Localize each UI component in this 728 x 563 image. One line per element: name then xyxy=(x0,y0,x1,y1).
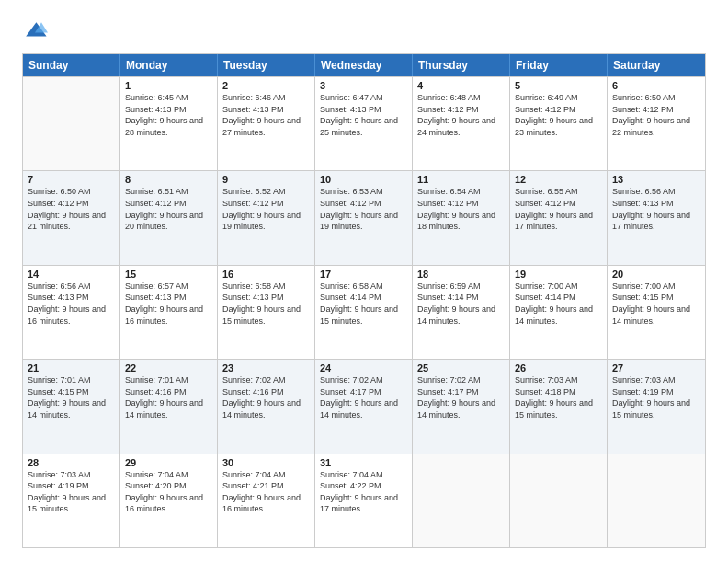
cal-cell-3-1: 14Sunrise: 6:56 AMSunset: 4:13 PMDayligh… xyxy=(23,266,120,359)
cal-cell-4-2: 22Sunrise: 7:01 AMSunset: 4:16 PMDayligh… xyxy=(120,360,218,453)
day-number: 3 xyxy=(320,80,407,91)
cal-cell-3-7: 20Sunrise: 7:00 AMSunset: 4:15 PMDayligh… xyxy=(608,266,705,359)
day-info: Sunrise: 6:56 AMSunset: 4:13 PMDaylight:… xyxy=(612,186,700,232)
cal-cell-4-7: 27Sunrise: 7:03 AMSunset: 4:19 PMDayligh… xyxy=(608,360,705,453)
day-info: Sunrise: 6:50 AMSunset: 4:12 PMDaylight:… xyxy=(28,186,115,232)
day-info: Sunrise: 7:01 AMSunset: 4:15 PMDaylight:… xyxy=(28,374,115,420)
cal-cell-2-6: 12Sunrise: 6:55 AMSunset: 4:12 PMDayligh… xyxy=(510,171,608,264)
cal-header-saturday: Saturday xyxy=(608,54,705,76)
day-info: Sunrise: 6:56 AMSunset: 4:13 PMDaylight:… xyxy=(28,281,115,327)
day-number: 31 xyxy=(320,457,407,468)
day-number: 20 xyxy=(612,269,700,280)
day-info: Sunrise: 6:46 AMSunset: 4:13 PMDaylight:… xyxy=(222,92,310,138)
day-number: 7 xyxy=(28,174,115,185)
cal-cell-4-3: 23Sunrise: 7:02 AMSunset: 4:16 PMDayligh… xyxy=(218,360,315,453)
cal-cell-1-6: 5Sunrise: 6:49 AMSunset: 4:12 PMDaylight… xyxy=(510,77,608,170)
day-number: 22 xyxy=(125,362,212,373)
cal-cell-1-7: 6Sunrise: 6:50 AMSunset: 4:12 PMDaylight… xyxy=(608,77,705,170)
cal-cell-5-5 xyxy=(413,454,510,547)
cal-cell-4-6: 26Sunrise: 7:03 AMSunset: 4:18 PMDayligh… xyxy=(510,360,608,453)
day-number: 29 xyxy=(125,457,212,468)
calendar-week-4: 21Sunrise: 7:01 AMSunset: 4:15 PMDayligh… xyxy=(23,359,705,453)
day-number: 8 xyxy=(125,174,212,185)
cal-cell-2-2: 8Sunrise: 6:51 AMSunset: 4:12 PMDaylight… xyxy=(120,171,218,264)
day-info: Sunrise: 6:57 AMSunset: 4:13 PMDaylight:… xyxy=(125,281,212,327)
calendar: SundayMondayTuesdayWednesdayThursdayFrid… xyxy=(22,53,706,548)
cal-cell-2-3: 9Sunrise: 6:52 AMSunset: 4:12 PMDaylight… xyxy=(218,171,315,264)
day-number: 5 xyxy=(515,80,602,91)
cal-header-thursday: Thursday xyxy=(413,54,510,76)
day-info: Sunrise: 7:01 AMSunset: 4:16 PMDaylight:… xyxy=(125,374,212,420)
day-info: Sunrise: 6:53 AMSunset: 4:12 PMDaylight:… xyxy=(320,186,407,232)
calendar-header-row: SundayMondayTuesdayWednesdayThursdayFrid… xyxy=(23,54,705,76)
cal-header-wednesday: Wednesday xyxy=(315,54,413,76)
day-number: 27 xyxy=(612,362,700,373)
cal-header-sunday: Sunday xyxy=(23,54,120,76)
day-number: 15 xyxy=(125,269,212,280)
day-info: Sunrise: 7:02 AMSunset: 4:16 PMDaylight:… xyxy=(222,374,310,420)
cal-cell-2-4: 10Sunrise: 6:53 AMSunset: 4:12 PMDayligh… xyxy=(315,171,413,264)
day-number: 23 xyxy=(222,362,310,373)
day-info: Sunrise: 6:47 AMSunset: 4:13 PMDaylight:… xyxy=(320,92,407,138)
day-number: 17 xyxy=(320,269,407,280)
day-number: 28 xyxy=(28,457,115,468)
calendar-week-2: 7Sunrise: 6:50 AMSunset: 4:12 PMDaylight… xyxy=(23,170,705,264)
logo-icon xyxy=(22,18,48,44)
day-number: 9 xyxy=(222,174,310,185)
header xyxy=(22,18,706,44)
cal-cell-1-3: 2Sunrise: 6:46 AMSunset: 4:13 PMDaylight… xyxy=(218,77,315,170)
cal-cell-3-3: 16Sunrise: 6:58 AMSunset: 4:13 PMDayligh… xyxy=(218,266,315,359)
day-number: 4 xyxy=(417,80,505,91)
cal-cell-5-7 xyxy=(608,454,705,547)
cal-cell-2-1: 7Sunrise: 6:50 AMSunset: 4:12 PMDaylight… xyxy=(23,171,120,264)
day-number: 30 xyxy=(222,457,310,468)
day-info: Sunrise: 7:03 AMSunset: 4:18 PMDaylight:… xyxy=(515,374,602,420)
day-info: Sunrise: 6:55 AMSunset: 4:12 PMDaylight:… xyxy=(515,186,602,232)
cal-cell-1-2: 1Sunrise: 6:45 AMSunset: 4:13 PMDaylight… xyxy=(120,77,218,170)
cal-cell-5-2: 29Sunrise: 7:04 AMSunset: 4:20 PMDayligh… xyxy=(120,454,218,547)
day-number: 2 xyxy=(222,80,310,91)
day-info: Sunrise: 6:50 AMSunset: 4:12 PMDaylight:… xyxy=(612,92,700,138)
day-number: 14 xyxy=(28,269,115,280)
cal-cell-3-2: 15Sunrise: 6:57 AMSunset: 4:13 PMDayligh… xyxy=(120,266,218,359)
day-number: 16 xyxy=(222,269,310,280)
logo xyxy=(22,18,51,44)
day-info: Sunrise: 6:48 AMSunset: 4:12 PMDaylight:… xyxy=(417,92,505,138)
cal-cell-4-4: 24Sunrise: 7:02 AMSunset: 4:17 PMDayligh… xyxy=(315,360,413,453)
day-number: 6 xyxy=(612,80,700,91)
cal-cell-2-5: 11Sunrise: 6:54 AMSunset: 4:12 PMDayligh… xyxy=(413,171,510,264)
calendar-week-5: 28Sunrise: 7:03 AMSunset: 4:19 PMDayligh… xyxy=(23,454,705,547)
calendar-week-3: 14Sunrise: 6:56 AMSunset: 4:13 PMDayligh… xyxy=(23,265,705,359)
day-info: Sunrise: 7:04 AMSunset: 4:20 PMDaylight:… xyxy=(125,469,212,515)
day-number: 13 xyxy=(612,174,700,185)
day-number: 1 xyxy=(125,80,212,91)
cal-cell-2-7: 13Sunrise: 6:56 AMSunset: 4:13 PMDayligh… xyxy=(608,171,705,264)
day-number: 19 xyxy=(515,269,602,280)
day-info: Sunrise: 6:54 AMSunset: 4:12 PMDaylight:… xyxy=(417,186,505,232)
day-info: Sunrise: 7:00 AMSunset: 4:14 PMDaylight:… xyxy=(515,281,602,327)
day-info: Sunrise: 6:58 AMSunset: 4:14 PMDaylight:… xyxy=(320,281,407,327)
day-info: Sunrise: 6:59 AMSunset: 4:14 PMDaylight:… xyxy=(417,281,505,327)
cal-cell-4-1: 21Sunrise: 7:01 AMSunset: 4:15 PMDayligh… xyxy=(23,360,120,453)
cal-cell-5-1: 28Sunrise: 7:03 AMSunset: 4:19 PMDayligh… xyxy=(23,454,120,547)
day-info: Sunrise: 6:49 AMSunset: 4:12 PMDaylight:… xyxy=(515,92,602,138)
day-number: 24 xyxy=(320,362,407,373)
day-number: 26 xyxy=(515,362,602,373)
cal-cell-4-5: 25Sunrise: 7:02 AMSunset: 4:17 PMDayligh… xyxy=(413,360,510,453)
day-info: Sunrise: 7:04 AMSunset: 4:21 PMDaylight:… xyxy=(222,469,310,515)
cal-header-friday: Friday xyxy=(510,54,608,76)
cal-header-tuesday: Tuesday xyxy=(218,54,315,76)
day-info: Sunrise: 7:02 AMSunset: 4:17 PMDaylight:… xyxy=(417,374,505,420)
day-number: 18 xyxy=(417,269,505,280)
day-info: Sunrise: 7:00 AMSunset: 4:15 PMDaylight:… xyxy=(612,281,700,327)
day-number: 11 xyxy=(417,174,505,185)
day-info: Sunrise: 7:03 AMSunset: 4:19 PMDaylight:… xyxy=(612,374,700,420)
day-info: Sunrise: 6:52 AMSunset: 4:12 PMDaylight:… xyxy=(222,186,310,232)
day-number: 12 xyxy=(515,174,602,185)
cal-cell-1-1 xyxy=(23,77,120,170)
cal-cell-5-3: 30Sunrise: 7:04 AMSunset: 4:21 PMDayligh… xyxy=(218,454,315,547)
cal-cell-3-4: 17Sunrise: 6:58 AMSunset: 4:14 PMDayligh… xyxy=(315,266,413,359)
cal-cell-3-6: 19Sunrise: 7:00 AMSunset: 4:14 PMDayligh… xyxy=(510,266,608,359)
cal-cell-5-4: 31Sunrise: 7:04 AMSunset: 4:22 PMDayligh… xyxy=(315,454,413,547)
day-number: 10 xyxy=(320,174,407,185)
